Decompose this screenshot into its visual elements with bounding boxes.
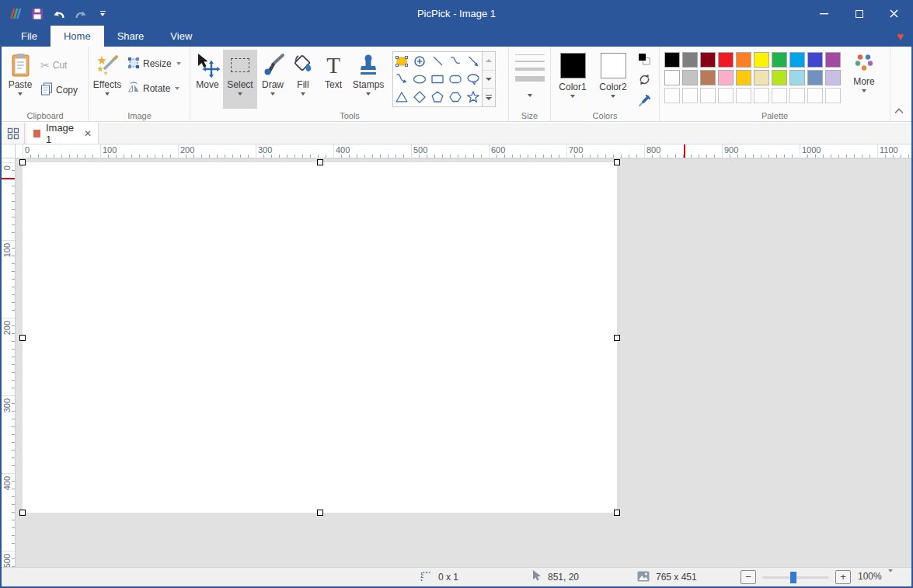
- palette-swatch[interactable]: [772, 70, 787, 85]
- shapes-scroll-down-button[interactable]: [483, 71, 495, 89]
- selection-handle[interactable]: [317, 159, 323, 165]
- zoom-slider-handle[interactable]: [790, 572, 796, 583]
- palette-swatch[interactable]: [700, 52, 716, 68]
- palette-swatch-empty[interactable]: [718, 88, 734, 103]
- palette-swatch[interactable]: [789, 52, 805, 68]
- shape-diamond[interactable]: [411, 89, 429, 106]
- shape-curve-arrow[interactable]: [393, 70, 411, 88]
- palette-swatch[interactable]: [807, 52, 823, 68]
- heart-icon[interactable]: ♥: [897, 30, 904, 42]
- palette-swatch[interactable]: [700, 70, 716, 85]
- zoom-slider[interactable]: [762, 576, 829, 579]
- select-tool-button[interactable]: Select: [223, 50, 257, 109]
- cut-button[interactable]: ✂ Cut: [37, 56, 81, 75]
- zoom-level[interactable]: 100%: [858, 571, 882, 582]
- fill-tool-button[interactable]: Fill: [288, 50, 318, 109]
- shape-star[interactable]: [464, 89, 482, 106]
- shape-speech-balloon[interactable]: [464, 70, 482, 88]
- palette-swatch[interactable]: [736, 52, 751, 68]
- color2-button[interactable]: Color2: [593, 50, 633, 109]
- palette-swatch-empty[interactable]: [789, 88, 805, 103]
- copy-button[interactable]: Copy: [37, 81, 81, 99]
- shape-curve[interactable]: [446, 52, 464, 70]
- move-tool-button[interactable]: Move: [192, 50, 223, 109]
- text-tool-button[interactable]: T Text: [318, 50, 349, 109]
- minimize-button[interactable]: [807, 2, 842, 26]
- shapes-scroll-up-button[interactable]: [483, 52, 495, 71]
- shape-zoom-circle[interactable]: [411, 52, 429, 70]
- palette-swatch[interactable]: [682, 52, 698, 68]
- shape-rectangle[interactable]: [429, 70, 447, 88]
- collapse-ribbon-icon[interactable]: [894, 106, 904, 117]
- tab-share[interactable]: Share: [104, 26, 158, 47]
- palette-swatch[interactable]: [772, 52, 787, 68]
- palette-swatch-empty[interactable]: [825, 88, 841, 103]
- tab-view[interactable]: View: [157, 26, 205, 47]
- selection-handle[interactable]: [19, 159, 26, 165]
- palette-swatch-empty[interactable]: [772, 88, 787, 103]
- palette-swatch[interactable]: [754, 70, 769, 85]
- palette-swatch[interactable]: [736, 70, 751, 85]
- shape-arrow-line[interactable]: [464, 52, 482, 70]
- palette-swatch-empty[interactable]: [807, 88, 823, 103]
- shape-hexagon[interactable]: [446, 89, 464, 106]
- redo-button[interactable]: [71, 5, 90, 23]
- resize-button[interactable]: Resize: [124, 54, 184, 73]
- selection-handle[interactable]: [19, 335, 26, 341]
- eyedropper-icon[interactable]: [638, 94, 651, 110]
- document-tab-image1[interactable]: Image 1 ✕: [27, 123, 99, 144]
- shape-selected-rectangle[interactable]: [393, 52, 411, 70]
- effects-button[interactable]: Effects: [90, 50, 124, 109]
- palette-swatch[interactable]: [664, 52, 680, 68]
- shape-ellipse[interactable]: [411, 70, 429, 88]
- palette-swatch[interactable]: [718, 52, 734, 68]
- swap-colors-icon[interactable]: [638, 73, 651, 89]
- image-document[interactable]: [23, 162, 617, 513]
- save-button[interactable]: [28, 5, 47, 23]
- stamps-tool-button[interactable]: Stamps: [349, 50, 388, 109]
- rotate-button[interactable]: Rotate: [124, 79, 184, 98]
- tab-file[interactable]: File: [8, 26, 51, 47]
- shape-triangle[interactable]: [393, 89, 411, 106]
- customize-quick-access-icon[interactable]: [93, 5, 112, 23]
- selection-handle[interactable]: [317, 510, 323, 516]
- palette-swatch-empty[interactable]: [664, 88, 680, 103]
- palette-swatch-empty[interactable]: [754, 88, 769, 103]
- palette-swatch-empty[interactable]: [700, 88, 716, 103]
- shape-line[interactable]: [429, 52, 447, 70]
- palette-swatch[interactable]: [825, 70, 841, 85]
- palette-swatch-empty[interactable]: [682, 88, 698, 103]
- color1-button[interactable]: Color1: [552, 50, 593, 109]
- shape-rounded-rectangle[interactable]: [446, 70, 464, 88]
- size-dropdown-icon[interactable]: [528, 94, 532, 97]
- all-windows-button[interactable]: [2, 123, 25, 144]
- palette-swatch[interactable]: [754, 52, 769, 68]
- zoom-in-button[interactable]: +: [835, 570, 851, 584]
- tab-home[interactable]: Home: [51, 26, 104, 47]
- line-size-button[interactable]: [515, 54, 545, 82]
- zoom-dropdown-icon[interactable]: [888, 572, 893, 583]
- palette-swatch[interactable]: [664, 70, 680, 85]
- palette-swatch-empty[interactable]: [736, 88, 751, 103]
- paste-button[interactable]: Paste: [3, 50, 37, 109]
- palette-swatch[interactable]: [718, 70, 734, 85]
- selection-handle[interactable]: [614, 510, 620, 516]
- default-colors-icon[interactable]: [638, 53, 650, 68]
- shape-pentagon[interactable]: [429, 89, 447, 106]
- palette-swatch[interactable]: [682, 70, 698, 85]
- close-button[interactable]: [876, 2, 911, 26]
- selection-handle[interactable]: [614, 159, 620, 165]
- zoom-out-button[interactable]: −: [741, 570, 756, 584]
- selection-handle[interactable]: [614, 335, 620, 341]
- palette-swatch[interactable]: [789, 70, 805, 85]
- tab-close-icon[interactable]: ✕: [84, 128, 92, 139]
- maximize-button[interactable]: [842, 2, 876, 26]
- more-colors-button[interactable]: More: [845, 50, 883, 109]
- undo-button[interactable]: [50, 5, 68, 23]
- selection-handle[interactable]: [19, 510, 26, 516]
- shapes-more-button[interactable]: [483, 89, 495, 106]
- canvas-area[interactable]: [16, 158, 911, 567]
- palette-swatch[interactable]: [807, 70, 823, 85]
- palette-swatch[interactable]: [825, 52, 841, 68]
- draw-tool-button[interactable]: Draw: [257, 50, 288, 109]
